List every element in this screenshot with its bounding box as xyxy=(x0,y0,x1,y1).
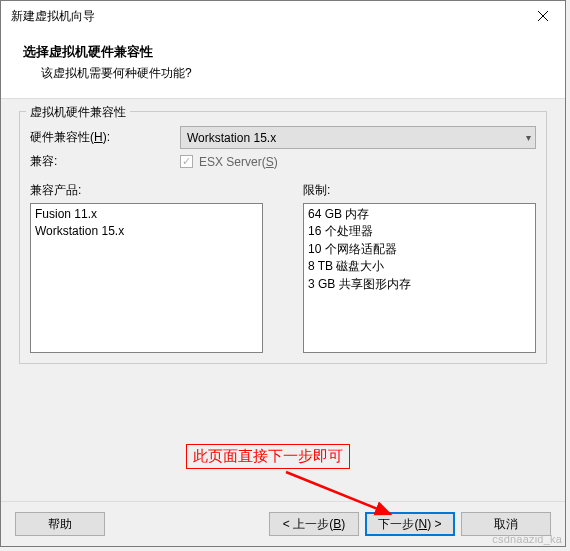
esx-checkbox[interactable]: ✓ xyxy=(180,155,193,168)
titlebar: 新建虚拟机向导 xyxy=(1,1,565,31)
list-item[interactable]: 8 TB 磁盘大小 xyxy=(308,258,531,275)
products-label: 兼容产品: xyxy=(30,182,263,199)
compat-with-row: 兼容: ✓ ESX Server(S) xyxy=(30,153,536,170)
close-icon xyxy=(538,11,548,21)
esx-label: ESX Server(S) xyxy=(199,155,278,169)
list-item[interactable]: Workstation 15.x xyxy=(35,223,258,240)
help-button[interactable]: 帮助 xyxy=(15,512,105,536)
wizard-header: 选择虚拟机硬件兼容性 该虚拟机需要何种硬件功能? xyxy=(1,31,565,99)
hw-compat-value: Workstation 15.x xyxy=(187,131,276,145)
list-item[interactable]: Fusion 11.x xyxy=(35,206,258,223)
content-area: 虚拟机硬件兼容性 硬件兼容性(H): Workstation 15.x ▾ 兼容… xyxy=(1,99,565,501)
hw-compat-label: 硬件兼容性(H): xyxy=(30,129,180,146)
back-button[interactable]: < 上一步(B) xyxy=(269,512,359,536)
group-title: 虚拟机硬件兼容性 xyxy=(26,104,130,121)
products-listbox[interactable]: Fusion 11.xWorkstation 15.x xyxy=(30,203,263,353)
limits-column: 限制: 64 GB 内存16 个处理器10 个网络适配器8 TB 磁盘大小3 G… xyxy=(303,182,536,353)
lists-row: 兼容产品: Fusion 11.xWorkstation 15.x 限制: 64… xyxy=(30,182,536,353)
hw-compat-combo[interactable]: Workstation 15.x ▾ xyxy=(180,126,536,149)
limits-label: 限制: xyxy=(303,182,536,199)
esx-checkbox-row: ✓ ESX Server(S) xyxy=(180,155,278,169)
next-button[interactable]: 下一步(N) > xyxy=(365,512,455,536)
list-item[interactable]: 64 GB 内存 xyxy=(308,206,531,223)
products-column: 兼容产品: Fusion 11.xWorkstation 15.x xyxy=(30,182,263,353)
window-title: 新建虚拟机向导 xyxy=(11,8,95,25)
wizard-window: 新建虚拟机向导 选择虚拟机硬件兼容性 该虚拟机需要何种硬件功能? 虚拟机硬件兼容… xyxy=(0,0,566,547)
list-item[interactable]: 3 GB 共享图形内存 xyxy=(308,276,531,293)
chevron-down-icon: ▾ xyxy=(526,132,531,143)
compat-with-label: 兼容: xyxy=(30,153,180,170)
page-title: 选择虚拟机硬件兼容性 xyxy=(23,43,543,61)
cancel-button[interactable]: 取消 xyxy=(461,512,551,536)
button-bar: 帮助 < 上一步(B) 下一步(N) > 取消 xyxy=(1,501,565,546)
list-item[interactable]: 10 个网络适配器 xyxy=(308,241,531,258)
page-subtitle: 该虚拟机需要何种硬件功能? xyxy=(23,65,543,82)
list-item[interactable]: 16 个处理器 xyxy=(308,223,531,240)
compatibility-group: 虚拟机硬件兼容性 硬件兼容性(H): Workstation 15.x ▾ 兼容… xyxy=(19,111,547,364)
limits-listbox[interactable]: 64 GB 内存16 个处理器10 个网络适配器8 TB 磁盘大小3 GB 共享… xyxy=(303,203,536,353)
hw-compat-row: 硬件兼容性(H): Workstation 15.x ▾ xyxy=(30,126,536,149)
close-button[interactable] xyxy=(520,1,565,31)
check-icon: ✓ xyxy=(182,156,191,167)
